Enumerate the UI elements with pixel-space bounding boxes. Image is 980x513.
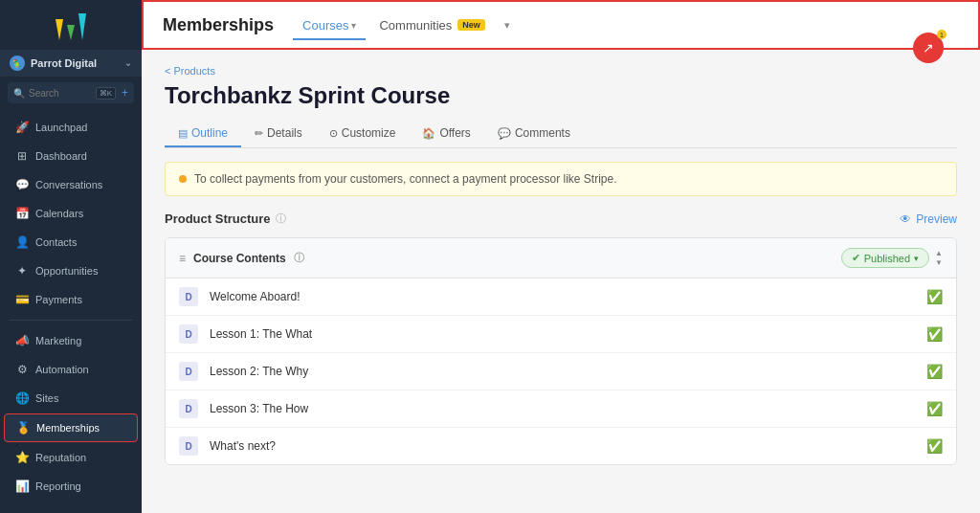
tab-courses-label: Courses bbox=[302, 18, 348, 33]
sidebar-item-memberships[interactable]: 🏅 Memberships bbox=[4, 413, 138, 442]
sort-down-icon: ▼ bbox=[935, 258, 943, 267]
opportunities-icon: ✦ bbox=[15, 264, 29, 278]
sub-tab-details[interactable]: ✏ Details bbox=[241, 121, 316, 147]
course-card: ≡ Course Contents ⓘ ✔ Published ▾ ▲ ▼ bbox=[165, 237, 957, 465]
sidebar: 🦜 Parrot Digital ⌄ 🔍 ⌘K + 🚀 Launchpad ⊞ … bbox=[0, 0, 142, 513]
sidebar-item-label: Reputation bbox=[35, 452, 86, 463]
launchpad-icon: 🚀 bbox=[15, 121, 29, 134]
sidebar-item-calendars[interactable]: 📅 Calendars bbox=[4, 200, 138, 227]
preview-button[interactable]: 👁 Preview bbox=[900, 212, 957, 226]
sidebar-item-label: Payments bbox=[35, 294, 82, 305]
preview-label: Preview bbox=[916, 212, 957, 226]
lesson-check-icon: ✅ bbox=[926, 438, 943, 454]
search-bar[interactable]: 🔍 ⌘K + bbox=[8, 82, 134, 103]
lesson-row[interactable]: D Lesson 2: The Why ✅ bbox=[166, 353, 956, 390]
sites-icon: 🌐 bbox=[15, 391, 29, 405]
sort-arrows[interactable]: ▲ ▼ bbox=[935, 249, 943, 267]
offers-icon: 🏠 bbox=[422, 127, 435, 140]
sidebar-item-sites[interactable]: 🌐 Sites bbox=[4, 385, 138, 412]
lesson-row[interactable]: D What's next? ✅ bbox=[166, 428, 956, 464]
published-button[interactable]: ✔ Published ▾ bbox=[841, 248, 929, 268]
sidebar-item-marketing[interactable]: 📣 Marketing bbox=[4, 327, 138, 354]
sidebar-item-payments[interactable]: 💳 Payments bbox=[4, 286, 138, 313]
notice-text: To collect payments from your customers,… bbox=[194, 172, 617, 186]
lesson-type-badge: D bbox=[179, 287, 198, 306]
sub-tab-comments[interactable]: 💬 Comments bbox=[484, 121, 584, 147]
drag-handle-icon: ≡ bbox=[179, 252, 186, 265]
lesson-check-icon: ✅ bbox=[926, 289, 943, 304]
automation-icon: ⚙ bbox=[15, 363, 29, 376]
course-contents-label: Course Contents bbox=[193, 252, 286, 265]
add-icon[interactable]: + bbox=[122, 86, 128, 100]
sub-tab-customize-label: Customize bbox=[342, 126, 396, 140]
lesson-row[interactable]: D Lesson 1: The What ✅ bbox=[166, 316, 956, 353]
tab-communities[interactable]: Communities New bbox=[369, 12, 494, 40]
lesson-title: Lesson 1: The What bbox=[210, 327, 926, 341]
tab-courses[interactable]: Courses ▾ bbox=[293, 12, 366, 40]
published-chevron-icon: ▾ bbox=[914, 254, 919, 263]
comments-icon: 💬 bbox=[498, 127, 511, 140]
section-header: Product Structure ⓘ 👁 Preview bbox=[165, 212, 957, 226]
header-more-chevron-icon[interactable]: ▾ bbox=[504, 19, 510, 32]
logo-icon bbox=[56, 13, 86, 40]
sidebar-item-reporting[interactable]: 📊 Reporting bbox=[4, 473, 138, 500]
sidebar-item-label: Dashboard bbox=[35, 150, 87, 162]
org-chevron-icon: ⌄ bbox=[124, 58, 132, 68]
sidebar-item-reputation[interactable]: ⭐ Reputation bbox=[4, 444, 138, 471]
org-icon: 🦜 bbox=[10, 56, 25, 71]
sidebar-item-contacts[interactable]: 👤 Contacts bbox=[4, 229, 138, 256]
course-card-title: ≡ Course Contents ⓘ bbox=[179, 251, 304, 265]
sidebar-item-label: Contacts bbox=[35, 236, 77, 248]
preview-eye-icon: 👁 bbox=[900, 212, 911, 226]
lesson-row[interactable]: D Lesson 3: The How ✅ bbox=[166, 390, 956, 428]
conversations-icon: 💬 bbox=[15, 178, 29, 191]
sub-tabs: ▤ Outline ✏ Details ⊙ Customize 🏠 Offers… bbox=[165, 121, 957, 148]
dashboard-icon: ⊞ bbox=[15, 149, 29, 163]
courses-chevron-icon: ▾ bbox=[351, 20, 356, 31]
sub-tab-customize[interactable]: ⊙ Customize bbox=[316, 121, 410, 147]
sidebar-item-label: Sites bbox=[35, 392, 58, 404]
org-switcher[interactable]: 🦜 Parrot Digital ⌄ bbox=[0, 50, 142, 77]
search-input[interactable] bbox=[29, 88, 92, 99]
sub-tab-comments-label: Comments bbox=[515, 126, 570, 140]
course-card-header: ≡ Course Contents ⓘ ✔ Published ▾ ▲ ▼ bbox=[166, 238, 956, 279]
search-shortcut: ⌘K bbox=[96, 87, 116, 100]
sort-up-icon: ▲ bbox=[935, 249, 943, 257]
sub-tab-details-label: Details bbox=[267, 126, 302, 140]
breadcrumb[interactable]: Products bbox=[165, 65, 957, 77]
new-badge: New bbox=[457, 19, 485, 31]
sidebar-item-conversations[interactable]: 💬 Conversations bbox=[4, 171, 138, 198]
lesson-check-icon: ✅ bbox=[926, 326, 943, 342]
sidebar-item-label: Launchpad bbox=[35, 122, 87, 133]
notice-bar: To collect payments from your customers,… bbox=[165, 162, 957, 196]
notification-icon[interactable]: ↗ 1 bbox=[913, 33, 944, 63]
main-area: Memberships Courses ▾ Communities New ▾ … bbox=[142, 0, 980, 513]
marketing-icon: 📣 bbox=[15, 334, 29, 347]
lesson-check-icon: ✅ bbox=[926, 364, 943, 379]
sidebar-item-automation[interactable]: ⚙ Automation bbox=[4, 356, 138, 383]
sidebar-item-opportunities[interactable]: ✦ Opportunities bbox=[4, 257, 138, 284]
sub-tab-outline[interactable]: ▤ Outline bbox=[165, 121, 241, 147]
sidebar-item-dashboard[interactable]: ⊞ Dashboard bbox=[4, 143, 138, 169]
tab-communities-label: Communities bbox=[379, 18, 452, 33]
header-title: Memberships bbox=[163, 15, 274, 35]
sidebar-item-launchpad[interactable]: 🚀 Launchpad bbox=[4, 114, 138, 141]
page-title: Torchbankz Sprint Course bbox=[165, 82, 957, 109]
lesson-type-badge: D bbox=[179, 362, 198, 381]
lesson-title: Lesson 2: The Why bbox=[210, 365, 926, 378]
notice-dot-icon bbox=[179, 175, 187, 183]
contacts-icon: 👤 bbox=[15, 235, 29, 249]
lesson-type-badge: D bbox=[179, 436, 198, 456]
org-name: Parrot Digital bbox=[31, 57, 97, 69]
published-label: Published bbox=[864, 253, 910, 264]
outline-icon: ▤ bbox=[178, 127, 188, 140]
sidebar-nav: 🚀 Launchpad ⊞ Dashboard 💬 Conversations … bbox=[0, 109, 142, 513]
arrow-yellow bbox=[56, 19, 63, 40]
lesson-row[interactable]: D Welcome Aboard! ✅ bbox=[166, 279, 956, 316]
lesson-type-badge: D bbox=[179, 399, 198, 418]
sub-tab-offers[interactable]: 🏠 Offers bbox=[409, 121, 483, 147]
sidebar-item-label: Marketing bbox=[35, 335, 81, 346]
section-title: Product Structure bbox=[165, 212, 271, 226]
header-tabs: Courses ▾ Communities New ▾ bbox=[293, 12, 510, 38]
arrow-green bbox=[67, 25, 75, 40]
